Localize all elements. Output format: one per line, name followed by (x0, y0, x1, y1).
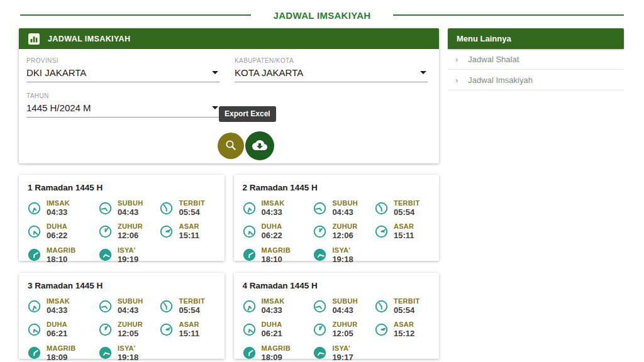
sidebar-header: Menu Lainnya (448, 28, 624, 49)
prayer-item: ZUHUR 12:06 (99, 222, 160, 240)
prayer-label: MAGRIB (262, 344, 291, 353)
prayer-item: ISYA' 19:17 (313, 344, 375, 362)
sidebar-menu-item[interactable]: › Jadwal Shalat (448, 49, 624, 70)
clock-icon (313, 225, 326, 238)
dropdown-caret-icon (420, 71, 426, 74)
prayer-label: DUHA (262, 222, 282, 231)
prayer-item: TERBIT 05:54 (160, 199, 215, 217)
menu-item-label[interactable]: Jadwal Imsakiyah (468, 75, 533, 85)
prayer-time: 15:11 (179, 231, 199, 240)
prayer-time: 06:22 (262, 231, 282, 240)
prayer-grid: IMSAK 04:33 SUBUH 04:43 TERBIT 05:54 DUH… (28, 297, 216, 362)
prayer-item: TERBIT 05:54 (160, 297, 215, 315)
prayer-time: 06:22 (47, 231, 67, 240)
prayer-item: ASAR 15:11 (160, 222, 215, 240)
prayer-item: TERBIT 05:54 (375, 297, 430, 315)
prayer-item: ASAR 15:11 (160, 321, 215, 338)
menu-item-label[interactable]: Jadwal Shalat (468, 55, 519, 64)
prayer-label: ZUHUR (118, 222, 143, 231)
clock-icon (99, 300, 112, 313)
sidebar: Menu Lainnya › Jadwal Shalat › Jadwal Im… (448, 28, 624, 359)
prayer-time: 19:17 (332, 353, 353, 362)
prayer-time: 04:43 (332, 207, 358, 217)
prayer-label: SUBUH (118, 297, 143, 305)
sidebar-menu: › Jadwal Shalat › Jadwal Imsakiyah (448, 49, 624, 90)
prayer-label: IMSAK (47, 199, 70, 207)
prayer-time: 05:54 (179, 207, 205, 217)
prayer-time: 18:10 (262, 255, 291, 264)
filter-panel-title: JADWAL IMSAKIYAH (48, 35, 130, 43)
prayer-label: DUHA (47, 321, 67, 329)
prayer-time: 06:21 (47, 329, 67, 338)
tahun-select[interactable]: TAHUN 1445 H/2024 M (26, 92, 219, 118)
prayer-item: ASAR 15:11 (375, 222, 430, 240)
prayer-time: 19:19 (118, 255, 138, 264)
prayer-item: ASAR 15:12 (375, 321, 430, 338)
clock-icon (28, 323, 41, 336)
prayer-time: 04:43 (118, 305, 143, 315)
kabupaten-value: KOTA JAKARTA (235, 67, 428, 78)
clock-icon (313, 346, 326, 359)
kabupaten-select[interactable]: KABUPATEN/KOTA KOTA JAKARTA (235, 57, 428, 82)
prayer-item: ZUHUR 12:05 (99, 321, 160, 338)
prayer-time: 04:33 (262, 305, 285, 315)
clock-icon (313, 202, 326, 215)
export-excel-tooltip: Export Excel (219, 106, 276, 122)
prayer-label: TERBIT (394, 297, 420, 305)
dropdown-caret-icon (212, 71, 218, 74)
prayer-label: DUHA (262, 321, 282, 329)
prayer-item: IMSAK 04:33 (28, 297, 99, 315)
prayer-label: ZUHUR (118, 321, 143, 329)
provinsi-label: PROVINSI (26, 57, 219, 64)
prayer-item: MAGRIB 18:09 (28, 344, 99, 362)
prayer-time: 15:12 (394, 329, 414, 338)
prayer-item: MAGRIB 18:10 (243, 246, 314, 264)
clock-icon (243, 225, 256, 238)
main-content: JADWAL IMSAKIYAH PROVINSI DKI JAKARTA KA… (0, 28, 644, 359)
clock-icon (375, 300, 388, 313)
clock-icon (160, 300, 173, 313)
clock-icon (375, 202, 388, 215)
filter-panel-body: PROVINSI DKI JAKARTA KABUPATEN/KOTA KOTA… (19, 49, 439, 163)
prayer-label: SUBUH (332, 199, 358, 207)
clock-icon (99, 225, 112, 238)
prayer-item: SUBUH 04:43 (313, 297, 375, 315)
prayer-item: SUBUH 04:43 (99, 297, 160, 315)
provinsi-select[interactable]: PROVINSI DKI JAKARTA (26, 57, 219, 82)
clock-icon (243, 202, 256, 215)
clock-icon (28, 202, 41, 215)
clock-icon (160, 202, 173, 215)
prayer-item: DUHA 06:22 (243, 222, 314, 240)
sidebar-menu-item[interactable]: › Jadwal Imsakiyah (448, 70, 624, 90)
prayer-label: MAGRIB (47, 246, 75, 255)
provinsi-value: DKI JAKARTA (26, 67, 219, 78)
prayer-time: 12:06 (332, 231, 357, 240)
prayer-item: DUHA 06:22 (28, 222, 99, 240)
prayer-time: 05:54 (394, 207, 420, 217)
action-buttons (45, 131, 447, 160)
prayer-label: IMSAK (262, 199, 285, 207)
main-column: JADWAL IMSAKIYAH PROVINSI DKI JAKARTA KA… (19, 28, 439, 359)
search-button[interactable] (218, 133, 244, 159)
prayer-item: ISYA' 19:18 (99, 344, 160, 362)
prayer-time: 04:33 (262, 207, 285, 217)
clock-icon (160, 323, 173, 336)
clock-icon (243, 346, 256, 359)
search-icon (224, 138, 238, 154)
prayer-time: 12:06 (118, 231, 143, 240)
tahun-value: 1445 H/2024 M (26, 102, 219, 113)
prayer-item: MAGRIB 18:09 (243, 344, 314, 362)
download-button[interactable] (245, 131, 274, 160)
clock-icon (99, 346, 112, 359)
clock-icon (160, 225, 173, 238)
page: JADWAL IMSAKIYAH JADWAL IMSAKIYAH (0, 0, 644, 362)
clock-icon (28, 300, 41, 313)
filter-panel: JADWAL IMSAKIYAH PROVINSI DKI JAKARTA KA… (19, 28, 439, 163)
clock-icon (243, 323, 256, 336)
clock-icon (375, 225, 388, 238)
chevron-right-icon: › (455, 55, 458, 63)
clock-icon (28, 225, 41, 238)
prayer-label: TERBIT (179, 199, 205, 207)
prayer-item: SUBUH 04:43 (99, 199, 160, 217)
prayer-time: 18:09 (262, 353, 291, 362)
